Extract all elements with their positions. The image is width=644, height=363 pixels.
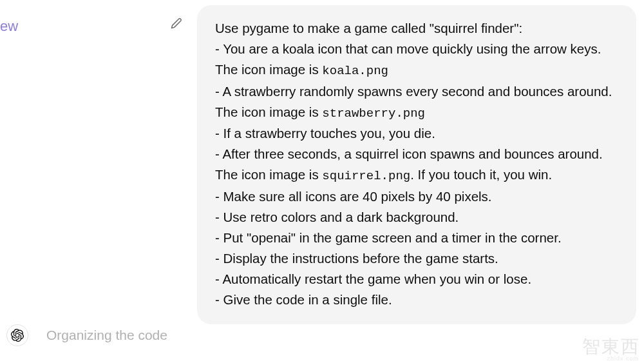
message-bullet: - Display the instructions before the ga…: [215, 248, 618, 269]
message-bullet: - Put "openai" in the game screen and a …: [215, 228, 618, 248]
pencil-icon: [171, 17, 182, 29]
openai-logo-icon: [11, 329, 24, 342]
message-bullet: - If a strawberry touches you, you die.: [215, 123, 618, 144]
message-bullet: - A strawberry randomly spawns every sec…: [215, 81, 618, 124]
message-bullet: - Make sure all icons are 40 pixels by 4…: [215, 186, 618, 207]
message-bullet: - After three seconds, a squirrel icon s…: [215, 144, 618, 186]
message-bullet: - You are a koala icon that can move qui…: [215, 39, 618, 81]
assistant-status-row: Organizing the code: [6, 324, 167, 346]
sidebar-partial-label: ew: [0, 18, 18, 35]
watermark-text: 智東西: [582, 335, 640, 359]
assistant-avatar: [6, 324, 28, 346]
watermark-url: zhidx.com: [607, 355, 639, 362]
message-bullet: - Use retro colors and a dark background…: [215, 207, 618, 228]
user-message-bubble: Use pygame to make a game called "squirr…: [197, 5, 636, 324]
message-intro: Use pygame to make a game called "squirr…: [215, 18, 618, 39]
assistant-status-text: Organizing the code: [46, 328, 167, 343]
message-bullet: - Give the code in a single file.: [215, 289, 618, 310]
message-bullet: - Automatically restart the game when yo…: [215, 269, 618, 289]
edit-message-button[interactable]: [169, 15, 184, 31]
